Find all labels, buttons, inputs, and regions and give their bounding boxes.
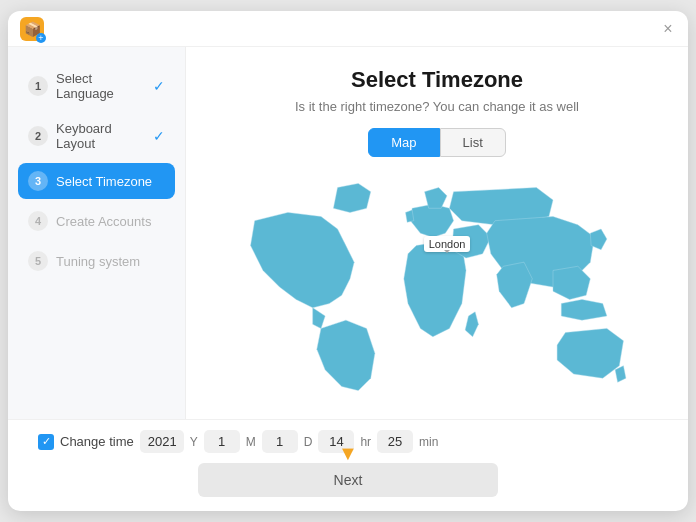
min-field[interactable] (377, 430, 413, 453)
min-unit: min (419, 435, 438, 449)
step-num-2: 2 (28, 126, 48, 146)
next-button[interactable]: Next (198, 463, 498, 497)
map-toggle-button[interactable]: Map (368, 128, 439, 157)
sidebar-item-keyboard[interactable]: 2 Keyboard Layout ✓ (18, 113, 175, 159)
page-title: Select Timezone (216, 67, 658, 93)
sidebar-label-4: Create Accounts (56, 214, 151, 229)
sidebar-label-3: Select Timezone (56, 174, 152, 189)
london-label: London (424, 236, 471, 252)
check-icon-1: ✓ (153, 78, 165, 94)
sidebar-item-timezone[interactable]: 3 Select Timezone (18, 163, 175, 199)
world-map[interactable]: London (216, 171, 658, 403)
next-button-wrap: ▼ Next (38, 463, 658, 497)
sidebar-item-language[interactable]: 1 Select Language ✓ (18, 63, 175, 109)
step-num-1: 1 (28, 76, 48, 96)
sidebar: 1 Select Language ✓ 2 Keyboard Layout ✓ … (8, 47, 186, 419)
title-bar: 📦 × (8, 11, 688, 47)
month-unit: M (246, 435, 256, 449)
content-area: 1 Select Language ✓ 2 Keyboard Layout ✓ … (8, 47, 688, 419)
sidebar-item-accounts: 4 Create Accounts (18, 203, 175, 239)
app-logo: 📦 (20, 17, 44, 41)
day-unit: D (304, 435, 313, 449)
step-num-5: 5 (28, 251, 48, 271)
page-subtitle: Is it the right timezone? You can change… (216, 99, 658, 114)
sidebar-label-5: Tuning system (56, 254, 140, 269)
sidebar-label-2: Keyboard Layout (56, 121, 145, 151)
close-button[interactable]: × (660, 21, 676, 37)
change-time-checkbox[interactable]: ✓ Change time (38, 434, 134, 450)
main-content: Select Timezone Is it the right timezone… (186, 47, 688, 419)
day-field[interactable] (262, 430, 298, 453)
check-icon-2: ✓ (153, 128, 165, 144)
month-field[interactable] (204, 430, 240, 453)
change-time-label: Change time (60, 434, 134, 449)
year-unit: Y (190, 435, 198, 449)
bottom-bar: ✓ Change time Y M D hr min ▼ Next (8, 419, 688, 511)
list-toggle-button[interactable]: List (440, 128, 506, 157)
main-window: 📦 × 1 Select Language ✓ 2 Keyboard Layou… (8, 11, 688, 511)
step-num-4: 4 (28, 211, 48, 231)
sidebar-item-tuning: 5 Tuning system (18, 243, 175, 279)
map-svg (216, 171, 658, 403)
step-num-3: 3 (28, 171, 48, 191)
down-arrow-icon: ▼ (338, 443, 358, 463)
view-toggle: Map List (216, 128, 658, 157)
hour-unit: hr (360, 435, 371, 449)
year-field[interactable] (140, 430, 184, 453)
checkbox-icon: ✓ (38, 434, 54, 450)
sidebar-label-1: Select Language (56, 71, 145, 101)
